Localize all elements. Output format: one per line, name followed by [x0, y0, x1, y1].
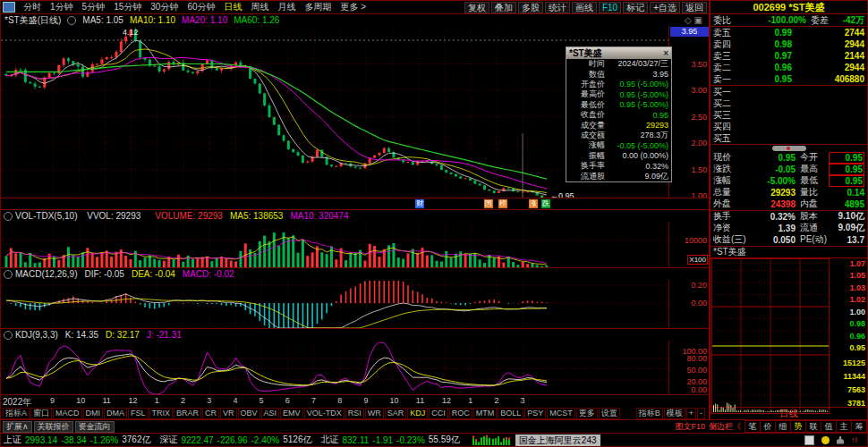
indicator-button-RSI[interactable]: RSI — [345, 408, 364, 419]
indicator-button-CR[interactable]: CR — [202, 408, 219, 419]
indicator-right-0[interactable]: 指标B — [636, 408, 663, 419]
bid-row-5[interactable]: 买五 — [711, 132, 867, 144]
indicator-button-ASI[interactable]: ASI — [261, 408, 280, 419]
event-badge-财[interactable]: 财 — [415, 199, 424, 208]
period-tab-0[interactable]: 分时 — [23, 1, 41, 13]
close-icon[interactable]: × — [663, 48, 668, 58]
ask-row-4[interactable]: 卖四0.982944 — [711, 38, 867, 50]
ask-row-1[interactable]: 卖一0.95406880 — [711, 73, 867, 85]
indicator-button-TRIX[interactable]: TRIX — [149, 408, 174, 419]
index-name-2[interactable]: 北证 — [320, 434, 338, 446]
period-tab-2[interactable]: 5分钟 — [82, 1, 106, 13]
tool-button-0[interactable]: 复权 — [464, 2, 489, 13]
indicator-button-WR[interactable]: WR — [365, 408, 384, 419]
indicator-button-BRAR[interactable]: BRAR — [174, 408, 201, 419]
side-tab-筹[interactable]: 筹 — [851, 420, 867, 433]
event-badge-跌[interactable]: 跌 — [541, 199, 550, 208]
ext-link-0[interactable]: 图文F10 — [675, 421, 705, 433]
indicator-button-FSL[interactable]: FSL — [128, 408, 149, 419]
index-name-0[interactable]: 上证 — [4, 434, 21, 446]
tool-button-8[interactable]: 返回 — [682, 2, 707, 13]
indicator-right-2[interactable]: + — [686, 408, 696, 419]
period-tab-3[interactable]: 15分钟 — [114, 1, 141, 13]
ext-item-2[interactable]: 资金流向 — [75, 421, 115, 433]
indicator-button-更多[interactable]: 更多 — [576, 408, 598, 419]
side-tab-笔[interactable]: 笔 — [745, 420, 760, 433]
server-name[interactable]: 国金上海阿里云243 — [515, 434, 600, 446]
indicator-button-DMI[interactable]: DMI — [83, 408, 104, 419]
side-tab-联[interactable]: 联 — [805, 420, 821, 433]
side-tab-值[interactable]: 值 — [821, 420, 836, 433]
index-name-1[interactable]: 深证 — [159, 434, 177, 446]
indicator-button-窗口[interactable]: 窗口 — [30, 408, 52, 419]
bid-row-2[interactable]: 买二 — [711, 97, 867, 109]
indicator-button-MACD[interactable]: MACD — [53, 408, 82, 419]
event-badge-榜[interactable]: 榜 — [498, 199, 507, 208]
indicator-right-1[interactable]: 模板 — [664, 408, 685, 419]
ext-link-1[interactable]: 侧边栏《 — [709, 421, 741, 433]
bid-row-3[interactable]: 买三 — [711, 109, 867, 121]
ext-item-1[interactable]: 关联报价 — [34, 421, 73, 433]
indicator-button-指标A[interactable]: 指标A — [3, 408, 30, 419]
market-mini-chart-icon2[interactable] — [492, 434, 512, 445]
tool-button-7[interactable]: +自选 — [650, 2, 680, 13]
side-tab-细[interactable]: 细 — [775, 420, 790, 433]
user-icon[interactable] — [837, 436, 844, 444]
bid-row-1[interactable]: 买一 — [711, 86, 867, 97]
period-tab-8[interactable]: 月线 — [278, 1, 296, 13]
kdj-settings-icon[interactable] — [4, 331, 13, 340]
indicator-button-KDJ[interactable]: KDJ — [407, 408, 428, 419]
panel-icon[interactable] — [804, 435, 814, 445]
tool-button-5[interactable]: F10 — [599, 2, 621, 13]
indicator-button-PSY[interactable]: PSY — [524, 408, 546, 419]
indicator-button-MCST[interactable]: MCST — [547, 408, 575, 419]
ask-row-2[interactable]: 卖二0.962944 — [711, 62, 867, 73]
indicator-settings-icon[interactable] — [67, 16, 76, 25]
indicator-button-CCI[interactable]: CCI — [429, 408, 448, 419]
indicator-button-SAR[interactable]: SAR — [385, 408, 407, 419]
tool-button-1[interactable]: 叠加 — [491, 2, 516, 13]
side-tab-主[interactable]: 主 — [836, 420, 851, 433]
window-icon[interactable] — [3, 2, 15, 13]
tool-button-6[interactable]: 标记 — [623, 2, 648, 13]
ext-item-0[interactable]: 扩展∧ — [3, 421, 32, 433]
mini-intraday-chart[interactable]: 1.071.051.031.021.000.980.960.9515125113… — [711, 257, 867, 407]
period-tab-6[interactable]: 日线 — [225, 1, 243, 13]
indicator-button-VR[interactable]: VR — [220, 408, 237, 419]
ask-row-3[interactable]: 卖三0.972144 — [711, 50, 867, 62]
tool-button-3[interactable]: 统计 — [545, 2, 570, 13]
bid-row-4[interactable]: 买四 — [711, 121, 867, 132]
event-badge-国[interactable]: 国 — [484, 199, 493, 208]
indicator-right-3[interactable]: - — [697, 408, 705, 419]
indicator-button-MTM[interactable]: MTM — [473, 408, 498, 419]
side-tab-价[interactable]: 价 — [760, 420, 775, 433]
coin-icon[interactable] — [821, 436, 830, 444]
event-badge-涨[interactable]: 涨 — [529, 199, 538, 208]
period-tab-10[interactable]: 更多 > — [341, 1, 367, 13]
indicator-button-VOL-TDX[interactable]: VOL-TDX — [304, 408, 345, 419]
indicator-button-BOLL[interactable]: BOLL — [498, 408, 523, 419]
volume-chart[interactable] — [1, 222, 668, 268]
tool-button-4[interactable]: 画线 — [572, 2, 597, 13]
ask-row-5[interactable]: 卖五0.992744 — [711, 27, 867, 38]
indicator-button-OBV[interactable]: OBV — [238, 408, 260, 419]
period-tab-5[interactable]: 60分钟 — [187, 1, 215, 13]
tool-button-2[interactable]: 多股 — [518, 2, 543, 13]
alert-icon[interactable]: ↑! — [851, 435, 857, 444]
kdj-chart[interactable] — [1, 341, 668, 395]
macd-chart[interactable] — [1, 280, 668, 329]
side-tab-势[interactable]: 势 — [790, 420, 805, 433]
period-tab-7[interactable]: 周线 — [251, 1, 269, 13]
indicator-button-设置[interactable]: 设置 — [599, 408, 620, 419]
period-tab-9[interactable]: 多周期 — [305, 1, 332, 13]
macd-settings-icon[interactable] — [4, 270, 13, 279]
market-mini-chart-icon[interactable] — [472, 434, 492, 445]
indicator-button-EMV[interactable]: EMV — [280, 408, 303, 419]
pane-corner-icons[interactable]: ◇ ▣ — [685, 15, 702, 25]
indicator-button-ROC[interactable]: ROC — [449, 408, 472, 419]
volume-settings-icon[interactable] — [4, 212, 13, 221]
period-tab-1[interactable]: 1分钟 — [50, 1, 73, 13]
period-tab-4[interactable]: 30分钟 — [150, 1, 178, 13]
indicator-button-DMA[interactable]: DMA — [104, 408, 127, 419]
drag-handle[interactable] — [772, 146, 806, 151]
